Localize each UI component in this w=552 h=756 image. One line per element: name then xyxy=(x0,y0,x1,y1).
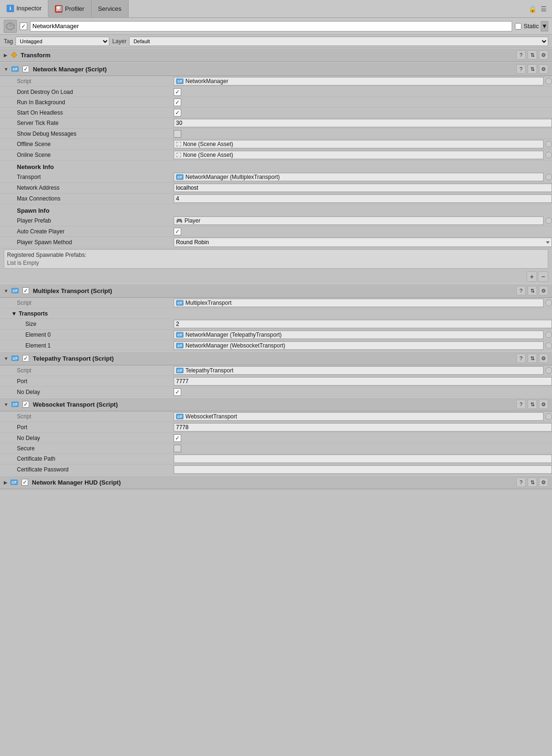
nm-headless-checkbox[interactable] xyxy=(174,109,181,116)
websocket-port-input[interactable] xyxy=(174,423,552,432)
nm-online-value: ⛶ None (Scene Asset) xyxy=(174,151,552,159)
nm-offline-ref[interactable]: ⛶ None (Scene Asset) xyxy=(174,140,544,148)
websocket-title: Websocket Transport (Script) xyxy=(33,401,514,408)
nm-online-circle[interactable] xyxy=(545,152,552,158)
multiplex-settings-btn[interactable]: ⚙ xyxy=(539,286,548,295)
nm-maxconn-label: Max Connections xyxy=(0,195,174,202)
multiplex-section-header[interactable]: ▼ c# Multiplex Transport (Script) ? ⇅ ⚙ xyxy=(0,284,552,298)
tab-services[interactable]: Services xyxy=(92,0,129,17)
websocket-nodelay-checkbox[interactable] xyxy=(174,434,181,442)
websocket-arrange-btn[interactable]: ⇅ xyxy=(528,400,537,409)
nm-arrange-btn[interactable]: ⇅ xyxy=(528,64,537,74)
hud-arrange-btn[interactable]: ⇅ xyxy=(528,478,537,487)
transform-section-header[interactable]: ▶ Transform ? ⇅ ⚙ xyxy=(0,48,552,62)
object-active-checkbox[interactable] xyxy=(20,23,27,30)
telepathy-arrange-btn[interactable]: ⇅ xyxy=(528,354,537,363)
transports-size-input[interactable] xyxy=(174,320,552,328)
nm-offline-scene-icon: ⛶ xyxy=(176,141,181,147)
multiplex-script-circle[interactable] xyxy=(545,300,552,306)
transports-element1-circle[interactable] xyxy=(545,342,552,349)
static-checkbox[interactable] xyxy=(515,23,521,30)
websocket-certpass-input[interactable] xyxy=(174,465,552,474)
nm-run-bg-value xyxy=(174,99,552,106)
nm-spawn-method-select[interactable]: Round Robin xyxy=(174,238,552,247)
network-manager-section-header[interactable]: ▼ c# Network Manager (Script) ? ⇅ ⚙ xyxy=(0,62,552,76)
transports-label: Transports xyxy=(19,310,48,317)
nm-transport-circle[interactable] xyxy=(545,174,552,180)
nm-debug-checkbox[interactable] xyxy=(174,130,181,138)
telepathy-port-input[interactable] xyxy=(174,377,552,386)
websocket-triangle: ▼ xyxy=(4,402,8,407)
nm-player-name: Player xyxy=(184,217,200,224)
transports-subheader[interactable]: ▼ Transports xyxy=(0,309,552,319)
layer-select[interactable]: Default xyxy=(129,37,548,46)
telepathy-help-btn[interactable]: ? xyxy=(516,354,526,363)
websocket-section-header[interactable]: ▼ c# Websocket Transport (Script) ? ⇅ ⚙ xyxy=(0,397,552,411)
websocket-script-circle[interactable] xyxy=(545,413,552,420)
static-dropdown-arrow[interactable]: ▼ xyxy=(541,21,548,31)
telepathy-port-label: Port xyxy=(0,378,174,385)
telepathy-script-circle[interactable] xyxy=(545,367,552,374)
menu-icon[interactable]: ☰ xyxy=(539,4,548,14)
websocket-enabled-checkbox[interactable] xyxy=(23,401,29,408)
nm-player-circle[interactable] xyxy=(545,217,552,224)
nm-settings-btn[interactable]: ⚙ xyxy=(539,64,548,74)
transports-element0-ref[interactable]: c# NetworkManager (TelepathyTransport) xyxy=(174,331,544,339)
websocket-certpass-label: Certificate Password xyxy=(0,466,174,473)
nm-online-ref[interactable]: ⛶ None (Scene Asset) xyxy=(174,151,544,159)
tab-inspector[interactable]: ℹ Inspector xyxy=(0,0,48,17)
transform-settings-btn[interactable]: ⚙ xyxy=(539,50,548,60)
add-spawnable-btn[interactable]: + xyxy=(527,271,537,282)
telepathy-script-ref[interactable]: c# TelepathyTransport xyxy=(174,366,544,375)
websocket-settings-btn[interactable]: ⚙ xyxy=(539,400,548,409)
transports-size-row: Size xyxy=(0,319,552,330)
hud-settings-btn[interactable]: ⚙ xyxy=(539,478,548,487)
multiplex-enabled-checkbox[interactable] xyxy=(23,287,29,294)
nm-run-bg-checkbox[interactable] xyxy=(174,99,181,106)
telepathy-section-header[interactable]: ▼ c# Telepathy Transport (Script) ? ⇅ ⚙ xyxy=(0,351,552,365)
websocket-help-btn[interactable]: ? xyxy=(516,400,526,409)
telepathy-script-name: TelepathyTransport xyxy=(185,367,233,374)
transports-element1-name: NetworkManager (WebsocketTransport) xyxy=(185,342,285,349)
websocket-certpath-input[interactable] xyxy=(174,455,552,463)
multiplex-arrange-btn[interactable]: ⇅ xyxy=(528,286,537,295)
telepathy-nodelay-checkbox[interactable] xyxy=(174,388,181,396)
telepathy-enabled-checkbox[interactable] xyxy=(23,355,29,362)
nm-enabled-checkbox[interactable] xyxy=(23,66,29,72)
telepathy-port-value xyxy=(174,377,552,386)
nm-script-circle[interactable] xyxy=(545,78,552,85)
hud-section-header[interactable]: ▶ c# Network Manager HUD (Script) ? ⇅ ⚙ xyxy=(0,475,552,489)
nm-auto-player-checkbox[interactable] xyxy=(174,228,181,235)
nm-address-input[interactable] xyxy=(174,184,552,192)
multiplex-script-ref[interactable]: c# MultiplexTransport xyxy=(174,299,544,307)
tag-select[interactable]: Untagged xyxy=(15,37,109,46)
transports-element0-circle[interactable] xyxy=(545,332,552,338)
hud-enabled-checkbox[interactable] xyxy=(22,479,28,486)
nm-tick-input[interactable] xyxy=(174,119,552,127)
transform-arrange-btn[interactable]: ⇅ xyxy=(528,50,537,60)
multiplex-help-btn[interactable]: ? xyxy=(516,286,526,295)
transports-element1-ref[interactable]: c# NetworkManager (WebsocketTransport) xyxy=(174,341,544,350)
nm-script-ref[interactable]: c# NetworkManager xyxy=(174,77,544,85)
object-name-input[interactable] xyxy=(30,21,512,31)
nm-address-row: Network Address xyxy=(0,183,552,193)
nm-transport-ref[interactable]: c# NetworkManager (MultiplexTransport) xyxy=(174,173,544,181)
websocket-nodelay-row: No Delay xyxy=(0,433,552,443)
telepathy-settings-btn[interactable]: ⚙ xyxy=(539,354,548,363)
websocket-secure-checkbox[interactable] xyxy=(174,445,181,452)
hud-help-btn[interactable]: ? xyxy=(516,478,526,487)
remove-spawnable-btn[interactable]: − xyxy=(538,271,548,282)
nm-player-prefab-ref[interactable]: 🎮 Player xyxy=(174,216,544,225)
nm-maxconn-input[interactable] xyxy=(174,194,552,203)
transform-help-btn[interactable]: ? xyxy=(516,50,526,60)
lock-icon[interactable]: 🔒 xyxy=(528,4,537,14)
websocket-script-ref[interactable]: c# WebsocketTransport xyxy=(174,412,544,421)
nm-dont-destroy-row: Dont Destroy On Load xyxy=(0,87,552,97)
nm-offline-circle[interactable] xyxy=(545,141,552,147)
nm-script-value: c# NetworkManager xyxy=(174,77,552,85)
nm-auto-player-value xyxy=(174,228,552,235)
tab-profiler[interactable]: 📊 Profiler xyxy=(48,0,91,17)
nm-dont-destroy-checkbox[interactable] xyxy=(174,88,181,96)
nm-help-btn[interactable]: ? xyxy=(516,64,526,74)
websocket-port-value xyxy=(174,423,552,432)
